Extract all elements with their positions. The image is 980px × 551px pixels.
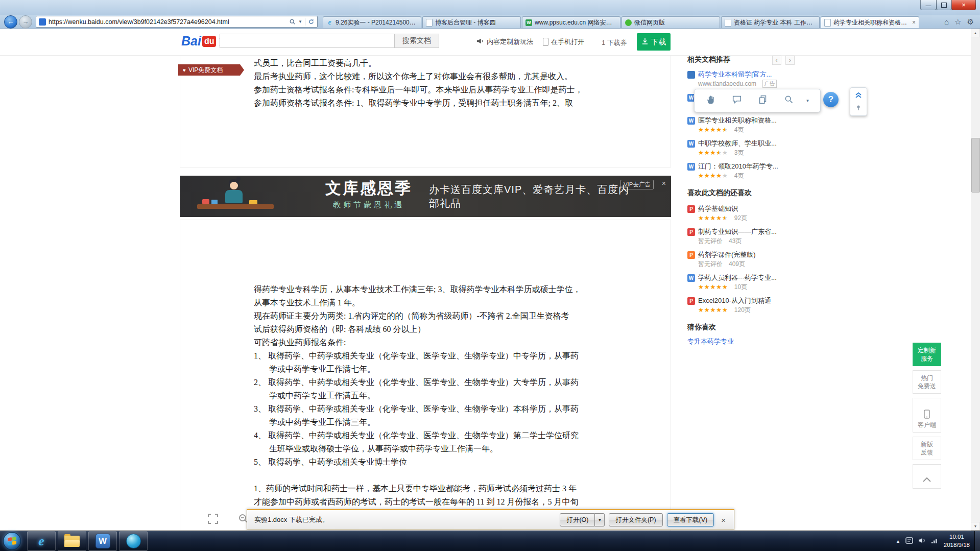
minimize-button[interactable]: —: [920, 0, 937, 10]
doc-title-link[interactable]: 药学基础知识: [698, 204, 738, 213]
doc-list-item[interactable]: W学药人员利器---药学专业...★★★★★★★★★★10页: [687, 273, 795, 292]
speaker-icon[interactable]: [918, 537, 926, 546]
search-input[interactable]: [220, 34, 395, 48]
toolbar-collapse-button[interactable]: [850, 87, 867, 116]
browser-tab[interactable]: 微信网页版: [622, 16, 720, 28]
forward-button[interactable]: →: [19, 15, 32, 29]
illustration-body: [225, 190, 243, 203]
doc-title-link[interactable]: 医学专业相关职称和资格...: [698, 116, 777, 125]
guess-link[interactable]: 专升本药学专业: [687, 337, 795, 346]
comment-icon[interactable]: [731, 94, 743, 107]
doc-list-item[interactable]: P药学基础知识★★★★★★★★★★92页: [687, 204, 795, 223]
show-desktop-button[interactable]: [974, 531, 980, 551]
pager-prev-button[interactable]: ‹: [772, 56, 781, 65]
doc-list-item[interactable]: P制药专业知识——广东省...暂无评价43页: [687, 227, 795, 246]
open-folder-button[interactable]: 打开文件夹(P): [609, 513, 662, 526]
tab-close-icon[interactable]: ×: [912, 19, 916, 26]
doc-list-item[interactable]: W江门：领取2010年药学专...★★★★★★★★★★4页: [687, 162, 795, 180]
hand-tool-icon[interactable]: [705, 94, 716, 107]
like-list: P药学基础知识★★★★★★★★★★92页P制药专业知识——广东省...暂无评价4…: [687, 204, 795, 315]
document-line: 1、 取得药学、中药学或相关专业（化学专业、医学专业、生物学专业）中专学历，从事…: [254, 349, 609, 363]
browser-tab[interactable]: 药学专业相关职称和资格证...×: [821, 16, 919, 28]
tab-title: 博客后台管理 - 博客园: [435, 18, 517, 27]
doc-list-item[interactable]: 药学专业本科留学[官方...www.tiandaoedu.com广告: [687, 70, 795, 88]
vip-remove-ads-button[interactable]: VIP去广告: [620, 180, 654, 189]
open-on-phone-link[interactable]: 在手机打开: [543, 37, 584, 46]
doc-title-link[interactable]: 中职学校教师、学生职业...: [698, 139, 777, 148]
back-to-top-button[interactable]: [913, 464, 941, 489]
doc-title-link[interactable]: 学药人员利器---药学专业...: [698, 273, 777, 282]
illustration-book: [249, 200, 257, 204]
browser-tab[interactable]: Wwww.ppsuc.edu.cn 网络安全...: [522, 16, 620, 28]
document-line: 学或中药学专业工作满三年。: [254, 416, 609, 429]
downloadbar-close-icon[interactable]: ×: [718, 516, 729, 524]
browser-tab[interactable]: 资格证 药学专业 本科 工作满...: [721, 16, 820, 28]
open-dropdown-button[interactable]: ▼: [595, 513, 605, 526]
pager-next-button[interactable]: ›: [785, 56, 795, 65]
word-icon: W: [95, 534, 110, 548]
doc-title-link[interactable]: 江门：领取2010年药学专...: [698, 162, 778, 171]
url-dropdown-icon[interactable]: ▼: [298, 19, 302, 24]
document-line: [254, 469, 609, 482]
custom-service-button[interactable]: 定制新 服务: [913, 343, 941, 366]
doc-title-link[interactable]: 制药专业知识——广东省...: [698, 227, 777, 236]
view-downloads-button[interactable]: 查看下载(V): [667, 513, 714, 526]
doc-list-item[interactable]: W医学专业相关职称和资格...★★★★★★★★★★4页: [687, 116, 795, 134]
close-button[interactable]: ×: [951, 0, 976, 10]
document-line: 可跨省执业药师报名条件:: [254, 336, 609, 349]
favorites-star-icon[interactable]: ☆: [954, 17, 961, 27]
ime-tray-icon[interactable]: [905, 537, 913, 546]
download-button[interactable]: 下载: [637, 33, 671, 51]
doc-list-item[interactable]: PExcel2010-从入门到精通★★★★★★★★★★120页: [687, 296, 795, 315]
taskbar-clock[interactable]: 10:01 2018/9/18: [944, 533, 970, 549]
doc-title-link[interactable]: Excel2010-从入门到精通: [698, 296, 771, 305]
document-line: 学或中药学专业工作满五年。: [254, 389, 609, 402]
document-line: 得药学专业专科学历，从事本专业技术工作满三年; 3、取得药学专业本科学历或硕士学…: [254, 283, 609, 296]
maximize-button[interactable]: [936, 0, 952, 10]
taskbar-word-button[interactable]: W: [88, 531, 117, 551]
ad-title: 文库感恩季: [314, 178, 424, 199]
browser-command-icons: ⌂ ☆ ⚙: [938, 17, 980, 27]
search-icon[interactable]: [289, 18, 296, 25]
fullscreen-icon[interactable]: [207, 513, 219, 527]
tab-favicon-icon: [426, 19, 433, 27]
doc-list-item[interactable]: P药剂学课件(完整版)暂无评价409页: [687, 250, 795, 269]
vip-free-ribbon[interactable]: ♥ VIP免费文档: [178, 64, 240, 76]
help-button[interactable]: ?: [823, 92, 839, 107]
refresh-icon[interactable]: [308, 18, 315, 25]
illustration-book: [211, 200, 218, 204]
start-button[interactable]: [3, 532, 21, 550]
scroll-up-arrow-icon[interactable]: ▲: [971, 29, 980, 37]
open-button[interactable]: 打开(O): [560, 513, 595, 526]
content-promo-link[interactable]: 内容定制新玩法: [476, 37, 533, 46]
search-button[interactable]: 搜索文档: [394, 34, 439, 48]
client-app-button[interactable]: 客户端: [913, 398, 941, 433]
taskbar-explorer-button[interactable]: [58, 531, 86, 551]
chevron-down-icon[interactable]: ▼: [805, 99, 809, 103]
doc-list-item[interactable]: W中职学校教师、学生职业...★★★★★★★★★★3页: [687, 139, 795, 157]
tray-expand-icon[interactable]: ▲: [896, 539, 900, 544]
illustration-desk: [197, 204, 274, 209]
feedback-button[interactable]: 新版 反馈: [913, 437, 941, 460]
taskbar-ie-button[interactable]: e: [27, 531, 56, 551]
search-zoom-icon[interactable]: [783, 94, 795, 107]
scrollbar-thumb[interactable]: [971, 138, 980, 193]
vertical-scrollbar[interactable]: ▲ ▼: [971, 29, 980, 531]
document-page-1: 式员工，比合同工工资要高几千。最后考执业药师，这个比较难，所以这个你考上了对你事…: [180, 55, 671, 167]
ad-banner[interactable]: 文库感恩季 教师节蒙恩礼遇 办卡送百度文库VIP、爱奇艺月卡、百度内部礼品 VI…: [180, 176, 671, 217]
back-button[interactable]: ←: [4, 15, 17, 29]
doc-title-link[interactable]: 药学专业本科留学[官方...: [698, 70, 772, 79]
address-bar[interactable]: https://wenku.baidu.com/view/3b9f02142e3…: [36, 16, 318, 28]
ad-close-icon[interactable]: ×: [662, 179, 666, 187]
doc-title-link[interactable]: 药剂学课件(完整版): [698, 250, 756, 259]
url-text[interactable]: https://wenku.baidu.com/view/3b9f02142e3…: [49, 18, 286, 26]
gear-icon[interactable]: ⚙: [967, 17, 974, 27]
network-icon[interactable]: [931, 537, 939, 546]
scroll-down-arrow-icon[interactable]: ▼: [971, 522, 980, 531]
copy-pages-icon[interactable]: [757, 94, 769, 107]
browser-tab[interactable]: 博客后台管理 - 博客园: [422, 16, 521, 28]
taskbar-app-button[interactable]: [119, 531, 148, 551]
browser-tab[interactable]: e9.26实验一 - P20142145000...: [323, 16, 421, 28]
hot-free-button[interactable]: 热门 免费送: [913, 370, 941, 394]
home-icon[interactable]: ⌂: [944, 17, 949, 27]
